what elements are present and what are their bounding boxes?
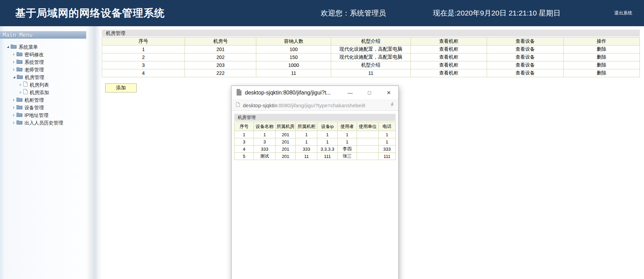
sidebar: Main Menu 系统菜单密码修改系统管理老师管理机房管理机房列表机房添加机柜… (0, 26, 86, 279)
delete-link[interactable]: 删除 (563, 69, 640, 77)
data-cell: 202 (185, 53, 256, 61)
column-header: 机型介绍 (331, 38, 411, 46)
lightning-icon (390, 102, 394, 108)
expand-toggle-icon[interactable] (13, 61, 15, 63)
view-cabinet-link[interactable]: 查看机柜 (410, 61, 487, 69)
data-cell: 203 (185, 61, 256, 69)
data-cell: 3 (102, 61, 185, 69)
folder-icon (17, 119, 22, 127)
collapse-toggle-icon[interactable] (13, 76, 15, 78)
data-cell (357, 146, 378, 153)
table-row: 2202150现代化设施配置，高配置电脑查看机柜查看设备删除 (102, 53, 640, 61)
address-bar[interactable]: desktop-sjqktin:8080/jifang/jigui?type=c… (231, 100, 398, 111)
tree-item[interactable]: IP地址管理 (0, 111, 86, 119)
data-cell: 4 (102, 69, 185, 77)
data-cell (357, 138, 378, 146)
delete-link[interactable]: 删除 (563, 46, 640, 53)
data-cell: 111 (317, 153, 337, 160)
folder-icon (17, 96, 22, 104)
tree-item-label: 密码修改 (24, 52, 44, 57)
collapse-toggle-icon[interactable] (7, 46, 9, 48)
tree-item[interactable]: 机房添加 (0, 88, 86, 96)
expand-toggle-icon[interactable] (13, 53, 15, 56)
view-device-link[interactable]: 查看设备 (487, 46, 563, 53)
delete-link[interactable]: 删除 (563, 53, 640, 61)
view-device-link[interactable]: 查看设备 (487, 69, 563, 77)
view-cabinet-link[interactable]: 查看机柜 (410, 69, 487, 77)
table-row: 5测试20111111张三111 (235, 153, 396, 160)
tree-item-label: 机柜管理 (24, 97, 44, 103)
maximize-button[interactable]: □ (360, 86, 379, 100)
data-cell: 3.3.3.3 (317, 146, 337, 153)
column-header: 机房号 (185, 38, 256, 46)
folder-icon (17, 73, 23, 81)
view-device-link[interactable]: 查看设备 (487, 61, 563, 69)
data-cell: 3 (235, 138, 254, 146)
minimize-button[interactable]: — (340, 86, 360, 100)
data-cell: 现代化设施配置，高配置电脑 (331, 53, 411, 61)
tree-item-label: 机房列表 (30, 82, 49, 88)
tree-item-label: 系统菜单 (19, 44, 38, 50)
panel-title: 机房管理 (102, 30, 640, 37)
data-cell: 1 (337, 131, 357, 138)
tree-item[interactable]: 系统菜单 (0, 43, 86, 50)
address-path: :8080/jifang/jigui?type=chakanshebei8 (277, 102, 365, 108)
tree-item[interactable]: 出入人员历史管理 (0, 119, 86, 126)
data-cell: 1 (235, 131, 254, 138)
tree-item[interactable]: 老师管理 (0, 66, 86, 73)
data-cell: 201 (185, 46, 256, 53)
add-button[interactable]: 添加 (105, 83, 137, 92)
device-table-body: 序号设备名称所属机房所属机柜设备ip使用者使用单位电话1120111113320… (235, 122, 396, 160)
current-datetime: 现在是:2020年9月20日 21:21:10 星期日 (433, 8, 561, 18)
data-cell: 1 (378, 131, 395, 138)
tree-item[interactable]: 机房列表 (0, 81, 86, 88)
data-cell: 100 (256, 46, 331, 53)
column-header: 所属机柜 (296, 122, 317, 131)
device-table: 序号设备名称所属机房所属机柜设备ip使用者使用单位电话1120111113320… (234, 122, 396, 160)
close-button[interactable]: ✕ (379, 86, 398, 100)
view-device-link[interactable]: 查看设备 (487, 53, 563, 61)
data-cell: 201 (276, 146, 296, 153)
data-cell: 机型介绍 (331, 61, 411, 69)
data-cell: 1000 (256, 61, 331, 69)
expand-toggle-icon[interactable] (13, 121, 15, 124)
expand-toggle-icon[interactable] (13, 99, 15, 101)
table-row: 112011111 (235, 131, 396, 138)
delete-link[interactable]: 删除 (563, 61, 640, 69)
column-header: 设备名称 (254, 122, 276, 131)
expand-toggle-icon[interactable] (13, 68, 15, 71)
popup-panel-title: 机房管理 (234, 114, 396, 121)
data-cell: 测试 (254, 153, 276, 160)
data-cell: 现代化设施配置，高配置电脑 (331, 46, 411, 53)
data-cell: 201 (276, 153, 296, 160)
tree-item[interactable]: 设备管理 (0, 103, 86, 111)
header-row: 序号机房号容纳人数机型介绍查看机柜查看设备操作 (102, 38, 640, 46)
data-cell: 1 (378, 138, 395, 146)
expand-toggle-icon[interactable] (20, 91, 21, 94)
data-cell: 1 (296, 131, 317, 138)
expand-toggle-icon[interactable] (20, 83, 21, 86)
data-cell: 3 (254, 138, 276, 146)
tree-item[interactable]: 机柜管理 (0, 96, 86, 103)
view-cabinet-link[interactable]: 查看机柜 (410, 46, 487, 53)
data-cell: 11 (296, 153, 317, 160)
expand-toggle-icon[interactable] (13, 114, 15, 117)
room-table: 序号机房号容纳人数机型介绍查看机柜查看设备操作1201100现代化设施配置，高配… (102, 37, 640, 77)
folder-icon (17, 66, 22, 73)
expand-toggle-icon[interactable] (13, 106, 15, 109)
tree-item[interactable]: 系统管理 (0, 58, 86, 66)
popup-window-title: desktop-sjqktin:8080/jifang/jigui?t... (245, 90, 340, 96)
app-header: 基于局域网的网络设备管理系统 欢迎您：系统管理员 现在是:2020年9月20日 … (0, 0, 644, 26)
data-cell: 1 (337, 138, 357, 146)
folder-icon (17, 58, 22, 66)
tree-item[interactable]: 密码修改 (0, 50, 86, 58)
data-cell: 1 (317, 138, 337, 146)
tree-item[interactable]: 机房管理 (0, 73, 86, 81)
data-cell: 1 (317, 131, 337, 138)
column-header: 使用者 (337, 122, 357, 131)
logout-link[interactable]: 退出系统 (614, 10, 632, 16)
view-cabinet-link[interactable]: 查看机柜 (410, 53, 487, 61)
document-icon (236, 89, 241, 97)
column-header: 操作 (563, 38, 640, 46)
popup-titlebar[interactable]: desktop-sjqktin:8080/jifang/jigui?t... —… (231, 86, 398, 100)
